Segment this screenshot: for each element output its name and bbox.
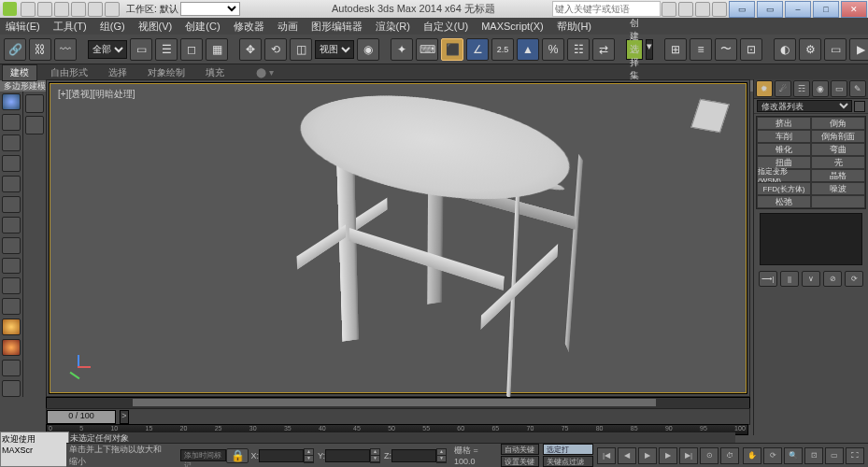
menu-animation[interactable]: 动画	[277, 20, 298, 34]
key-mode-icon[interactable]: ⊙	[700, 447, 719, 464]
tool-a11-icon[interactable]	[2, 298, 21, 315]
motion-tab-icon[interactable]: ◉	[812, 80, 829, 97]
qat-link-icon[interactable]	[105, 2, 120, 17]
mod-chamfer[interactable]: 倒角	[811, 117, 865, 130]
qat-open-icon[interactable]	[37, 2, 52, 17]
tool-a2-icon[interactable]	[2, 114, 21, 131]
hscroll-thumb[interactable]	[133, 399, 656, 406]
select-name-icon[interactable]: ☰	[155, 38, 178, 61]
qat-new-icon[interactable]	[21, 2, 36, 17]
tool-a6-icon[interactable]	[2, 196, 21, 213]
z-spinner[interactable]: ▲▼	[436, 448, 447, 463]
lock-selection-icon[interactable]: 🔒	[226, 448, 249, 463]
modifier-pin-icon[interactable]	[854, 101, 865, 112]
menu-edit[interactable]: 编辑(E)	[6, 20, 40, 34]
y-input[interactable]	[325, 449, 370, 462]
tool-a10-icon[interactable]	[2, 277, 21, 294]
goto-end-icon[interactable]: ▶|	[679, 447, 698, 464]
mirror-icon[interactable]: ⇄	[592, 38, 615, 61]
autokey-button[interactable]: 自动关键点	[501, 444, 539, 455]
sun-icon[interactable]	[2, 339, 21, 356]
tool-a3-icon[interactable]	[2, 134, 21, 151]
percent-snap-icon[interactable]: 2.5	[491, 38, 514, 61]
mod-taper[interactable]: 锥化	[757, 143, 811, 156]
menu-render[interactable]: 渲染(R)	[376, 20, 410, 34]
tool-b1-icon[interactable]	[25, 94, 44, 113]
menu-customize[interactable]: 自定义(U)	[423, 20, 468, 34]
menu-create[interactable]: 创建(C)	[185, 20, 220, 34]
child-restore-button[interactable]: ▭	[729, 1, 755, 18]
time-slider-marker[interactable]: >	[120, 410, 129, 424]
tab-populate[interactable]: 填充	[198, 65, 232, 80]
angle-snap-icon[interactable]: ∠	[466, 38, 489, 61]
z-input[interactable]	[391, 449, 436, 462]
menu-help[interactable]: 帮助(H)	[557, 20, 591, 34]
render-prod-icon[interactable]: ▶	[849, 38, 868, 61]
key-filters-button[interactable]: 关键点过滤器...	[543, 456, 593, 467]
menu-view[interactable]: 视图(V)	[138, 20, 173, 34]
display-tab-icon[interactable]: ▭	[831, 80, 847, 97]
qat-redo-icon[interactable]	[88, 2, 103, 17]
tool-a8-icon[interactable]	[2, 237, 21, 254]
modify-tab-icon[interactable]: ☄	[775, 80, 791, 97]
selection-set-combo[interactable]: 创建选择集	[626, 39, 643, 60]
hierarchy-tab-icon[interactable]: ☶	[793, 80, 810, 97]
window-crossing-icon[interactable]: ▦	[206, 38, 228, 61]
mod-noise[interactable]: 噪波	[811, 182, 865, 195]
help-dropdown-icon[interactable]	[678, 2, 693, 17]
pivot-icon[interactable]: ◉	[357, 38, 379, 61]
render-setup-icon[interactable]: ⚙	[799, 38, 821, 61]
manipulate-icon[interactable]: ✦	[391, 38, 413, 61]
rotate-icon[interactable]: ⟲	[264, 38, 287, 61]
qat-save-icon[interactable]	[54, 2, 69, 17]
curve-editor-icon[interactable]: 〜	[715, 38, 737, 61]
create-tab-icon[interactable]: ✹	[756, 80, 773, 97]
prev-frame-icon[interactable]: ◀	[618, 447, 636, 464]
x-input[interactable]	[259, 449, 304, 462]
mod-chamferprof[interactable]: 倒角剖面	[811, 130, 865, 143]
stack-make-unique-icon[interactable]: ∨	[802, 271, 820, 287]
menu-maxscript[interactable]: MAXScript(X)	[481, 21, 544, 32]
refcoord-select[interactable]: 视图	[315, 40, 354, 59]
maximize-button[interactable]: □	[813, 1, 839, 18]
tool-a14-icon[interactable]	[2, 360, 21, 376]
tool-a5-icon[interactable]	[2, 176, 21, 192]
stack-show-icon[interactable]: ||	[780, 271, 799, 287]
menu-modifiers[interactable]: 修改器	[234, 20, 264, 34]
fov-icon[interactable]: ▭	[825, 447, 844, 464]
mod-lattice[interactable]: 晶格	[811, 169, 865, 182]
bind-icon[interactable]: 〰	[54, 38, 77, 61]
material-editor-icon[interactable]: ◐	[774, 38, 796, 61]
schematic-icon[interactable]: ⊡	[740, 38, 762, 61]
layers-icon[interactable]: ≡	[690, 38, 712, 61]
max-viewport-icon[interactable]: ⛶	[846, 447, 864, 464]
child-max-button[interactable]: ▭	[757, 1, 783, 18]
help-icon[interactable]	[712, 2, 727, 17]
sphere-tool-icon[interactable]	[2, 93, 21, 110]
time-slider-knob[interactable]: 0 / 100	[47, 410, 116, 424]
mod-ffd[interactable]: FFD(长方体)	[757, 182, 811, 195]
mod-relax[interactable]: 松弛	[757, 195, 811, 208]
selection-filter-select[interactable]: 全部	[88, 40, 127, 59]
stack-configure-icon[interactable]: ⟳	[845, 271, 863, 287]
time-slider[interactable]: 0 / 100 >	[46, 408, 750, 425]
search-input[interactable]	[552, 1, 661, 17]
close-button[interactable]: ✕	[841, 1, 867, 18]
zoom-extents-icon[interactable]: ⊡	[804, 447, 823, 464]
scale-icon[interactable]: ◫	[290, 38, 312, 61]
mod-bend[interactable]: 弯曲	[811, 143, 865, 156]
orange-sphere-icon[interactable]	[2, 318, 21, 335]
move-icon[interactable]: ✥	[239, 38, 262, 61]
tool-a4-icon[interactable]	[2, 155, 21, 172]
viewport[interactable]: [+][透视][明暗处理]	[46, 79, 750, 397]
setkey-button[interactable]: 设置关键点	[501, 456, 539, 467]
add-time-tag[interactable]: 添加时间标记	[180, 449, 226, 461]
mod-empty[interactable]	[811, 195, 865, 208]
mod-shell[interactable]: 壳	[811, 156, 865, 169]
zoom-icon[interactable]: 🔍	[784, 447, 803, 464]
modifier-list-select[interactable]: 修改器列表	[757, 100, 852, 112]
tool-a15-icon[interactable]	[2, 380, 21, 397]
selection-set-dropdown-icon[interactable]: ▾	[646, 39, 653, 60]
time-config-icon[interactable]: ⏱	[720, 447, 739, 464]
keyboard-shortcut-icon[interactable]: ⌨	[416, 38, 438, 61]
